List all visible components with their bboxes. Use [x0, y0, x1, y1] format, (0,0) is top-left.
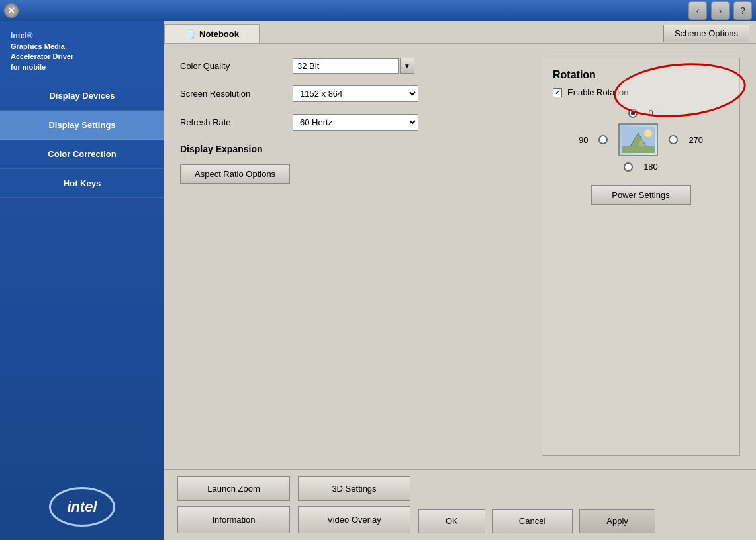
top-bar-left: ✕ [4, 3, 19, 18]
rotation-title: Rotation [553, 69, 729, 81]
notebook-tab[interactable]: 🗒️ Notebook [164, 24, 260, 43]
sidebar-header: Intel® Graphics Media Accelerator Driver… [0, 21, 84, 81]
rotation-180-radio[interactable] [624, 162, 633, 172]
refresh-rate-select[interactable]: 60 Hertz 75 Hertz 85 Hertz [293, 114, 418, 131]
top-bar: ✕ ‹ › ? [0, 0, 756, 21]
information-button[interactable]: Information [177, 506, 290, 533]
brand-line3: Accelerator Driver [11, 52, 73, 62]
display-expansion-section: Display Expansion Aspect Ratio Options [180, 144, 528, 184]
refresh-rate-input-group: 60 Hertz 75 Hertz 85 Hertz [293, 114, 418, 131]
enable-rotation-label: Enable Rotation [567, 87, 629, 97]
rotation-180-label: 180 [643, 162, 658, 172]
brand-line2: Graphics Media [11, 42, 73, 52]
color-quality-label: Color Quality [180, 61, 286, 71]
rotation-180-row: 180 [553, 162, 729, 172]
bottom-bar: Launch Zoom 3D Settings Information Vide… [164, 469, 756, 540]
rotation-middle-row: 90 [553, 123, 729, 156]
screen-resolution-label: Screen Resolution [180, 89, 286, 99]
main-window: ✕ ‹ › ? Intel® Graphics Media Accelerato… [0, 0, 756, 540]
sidebar: Intel® Graphics Media Accelerator Driver… [0, 21, 164, 540]
notebook-tab-label: Notebook [199, 29, 239, 39]
svg-rect-4 [622, 146, 655, 153]
color-quality-row: Color Quality ▼ [180, 58, 528, 74]
launch-zoom-button[interactable]: Launch Zoom [177, 476, 290, 501]
panel-content: Color Quality ▼ Screen Resolution 1152 x… [164, 44, 756, 469]
sidebar-nav: Display Devices Display Settings Color C… [0, 81, 164, 474]
action-buttons: OK Cancel Apply [418, 509, 655, 533]
rotation-0-radio[interactable] [628, 109, 638, 118]
cancel-button[interactable]: Cancel [492, 509, 573, 533]
aspect-ratio-options-button[interactable]: Aspect Ratio Options [180, 164, 290, 184]
color-quality-dropdown-button[interactable]: ▼ [400, 58, 414, 74]
rotation-0-label: 0 [648, 108, 653, 118]
3d-settings-button[interactable]: 3D Settings [298, 476, 410, 501]
content-area: Intel® Graphics Media Accelerator Driver… [0, 21, 756, 540]
intel-logo: intel [49, 487, 115, 527]
screen-resolution-select[interactable]: 1152 x 864 1024 x 768 800 x 600 [293, 85, 418, 102]
tab-bar: 🗒️ Notebook Scheme Options [164, 21, 756, 44]
ok-button[interactable]: OK [418, 509, 485, 533]
scheme-options-button[interactable]: Scheme Options [663, 25, 749, 42]
rotation-image [618, 123, 658, 156]
rotation-0-row: 0 [553, 108, 729, 118]
back-button[interactable]: ‹ [688, 1, 707, 20]
rotation-270-radio[interactable] [669, 135, 678, 144]
screen-resolution-input-group: 1152 x 864 1024 x 768 800 x 600 [293, 85, 418, 102]
brand-intel: Intel® [11, 30, 73, 42]
rotation-90-label: 90 [579, 135, 588, 145]
apply-button[interactable]: Apply [579, 509, 655, 533]
sidebar-item-hot-keys[interactable]: Hot Keys [0, 169, 164, 198]
rotation-diagram: 0 90 [553, 108, 729, 172]
refresh-rate-row: Refresh Rate 60 Hertz 75 Hertz 85 Hertz [180, 114, 528, 131]
main-panel: 🗒️ Notebook Scheme Options Color Quality… [164, 21, 756, 540]
power-settings-button[interactable]: Power Settings [591, 185, 690, 205]
sidebar-item-color-correction[interactable]: Color Correction [0, 140, 164, 169]
rotation-section: Rotation Enable Rotation 0 [542, 58, 740, 456]
sidebar-item-display-settings[interactable]: Display Settings [0, 111, 164, 140]
bottom-row-2: Information Video Overlay OK Cancel Appl… [177, 506, 743, 533]
video-overlay-button[interactable]: Video Overlay [298, 506, 410, 533]
rotation-image-svg [622, 127, 655, 153]
display-expansion-title: Display Expansion [180, 144, 528, 154]
close-button[interactable]: ✕ [4, 3, 19, 18]
notebook-icon: 🗒️ [185, 29, 195, 39]
rotation-90-radio[interactable] [598, 135, 608, 144]
refresh-rate-label: Refresh Rate [180, 117, 286, 127]
forward-button[interactable]: › [711, 1, 730, 20]
enable-rotation-row: Enable Rotation [553, 87, 729, 97]
color-quality-input-group: ▼ [293, 58, 414, 74]
sidebar-item-display-devices[interactable]: Display Devices [0, 81, 164, 111]
bottom-row-1: Launch Zoom 3D Settings [177, 476, 743, 501]
help-button[interactable]: ? [733, 1, 752, 20]
color-quality-field[interactable] [293, 58, 399, 74]
brand-line4: for mobile [11, 62, 73, 72]
rotation-270-label: 270 [688, 135, 703, 145]
svg-point-3 [644, 129, 652, 137]
screen-resolution-row: Screen Resolution 1152 x 864 1024 x 768 … [180, 85, 528, 102]
left-section: Color Quality ▼ Screen Resolution 1152 x… [180, 58, 528, 456]
enable-rotation-checkbox[interactable] [553, 88, 562, 97]
top-bar-right: ‹ › ? [688, 1, 752, 20]
